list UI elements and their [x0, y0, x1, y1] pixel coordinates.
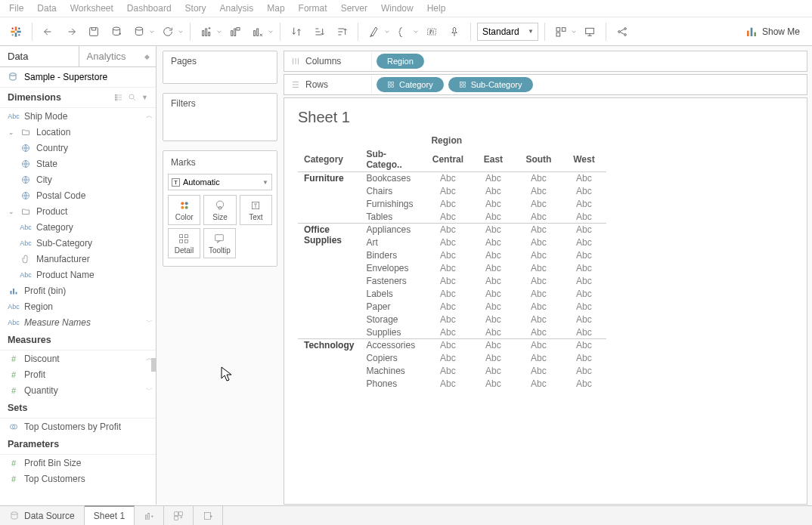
- dim-state[interactable]: State: [0, 156, 156, 171]
- pill-region[interactable]: Region: [377, 54, 424, 69]
- svg-rect-15: [231, 30, 233, 36]
- new-worksheet-button[interactable]: [197, 22, 222, 42]
- menu-data[interactable]: Data: [37, 3, 56, 14]
- sort-desc-button[interactable]: [332, 22, 352, 42]
- new-story-tab[interactable]: [194, 506, 223, 525]
- dim-sub-category[interactable]: AbcSub-Category: [0, 235, 156, 251]
- dim-product-name[interactable]: AbcProduct Name: [0, 267, 156, 283]
- datasource-name: Sample - Superstore: [24, 72, 107, 82]
- menu-window[interactable]: Window: [381, 3, 414, 14]
- svg-rect-58: [392, 82, 394, 85]
- view-icon[interactable]: [114, 93, 123, 102]
- tableau-logo[interactable]: [6, 22, 26, 42]
- measure-quantity[interactable]: #Quantity﹀: [0, 382, 156, 398]
- menu-story[interactable]: Story: [185, 3, 206, 14]
- svg-point-45: [181, 202, 184, 205]
- fit-dropdown[interactable]: Standard: [477, 23, 538, 41]
- size-button[interactable]: Size: [203, 195, 236, 225]
- text-button[interactable]: Text: [240, 195, 272, 225]
- dim-country[interactable]: Country: [0, 140, 156, 156]
- measure-profit[interactable]: #Profit: [0, 366, 156, 382]
- new-datasource-button[interactable]: [107, 22, 126, 42]
- set-item[interactable]: Top Customers by Profit: [0, 418, 156, 434]
- tooltip-button[interactable]: Tooltip: [203, 228, 236, 258]
- svg-rect-20: [428, 29, 436, 35]
- save-button[interactable]: [84, 22, 104, 42]
- dim-category[interactable]: AbcCategory: [0, 219, 156, 235]
- new-sheet-tab[interactable]: [135, 506, 164, 525]
- rows-shelf[interactable]: Rows CategorySub-Category: [284, 74, 807, 95]
- viz-title[interactable]: Sheet 1: [298, 109, 793, 126]
- show-cards-button[interactable]: [551, 22, 577, 42]
- filters-shelf[interactable]: Filters: [163, 93, 277, 141]
- params-header: Parameters: [0, 434, 156, 455]
- undo-button[interactable]: [39, 22, 58, 42]
- dim-ship-mode[interactable]: AbcShip Mode︿: [0, 108, 156, 124]
- dim-profit-bin-[interactable]: Profit (bin): [0, 283, 156, 298]
- svg-rect-66: [145, 514, 147, 519]
- clear-sheet-button[interactable]: [248, 22, 274, 42]
- menu-worksheet[interactable]: Worksheet: [70, 3, 113, 14]
- detail-button[interactable]: Detail: [168, 228, 200, 258]
- pages-shelf[interactable]: Pages: [163, 51, 277, 84]
- menu-dashboard[interactable]: Dashboard: [127, 3, 172, 14]
- svg-rect-68: [175, 511, 178, 515]
- data-tab[interactable]: Data: [0, 46, 79, 66]
- columns-shelf[interactable]: Columns Region: [284, 51, 807, 72]
- dim-measure-names[interactable]: AbcMeasure Names﹀: [0, 314, 156, 330]
- sets-header: Sets: [0, 398, 156, 418]
- svg-rect-32: [116, 95, 118, 97]
- label-button[interactable]: [422, 22, 442, 42]
- dim-region[interactable]: AbcRegion: [0, 298, 156, 314]
- mark-type-dropdown[interactable]: TAutomatic ▼: [168, 174, 272, 190]
- new-dashboard-tab[interactable]: [164, 506, 194, 525]
- group-button[interactable]: [393, 22, 419, 42]
- dim-product[interactable]: ⌄Product: [0, 203, 156, 219]
- highlight-button[interactable]: [364, 22, 390, 42]
- measure-discount[interactable]: #Discount︿: [0, 351, 156, 366]
- datasource-tab[interactable]: Data Source: [0, 506, 85, 525]
- svg-point-31: [10, 73, 16, 76]
- color-button[interactable]: Color: [168, 195, 200, 225]
- analytics-tab[interactable]: Analytics◆: [79, 46, 157, 66]
- param-item[interactable]: #Top Customers: [0, 471, 156, 486]
- showme-button[interactable]: Show Me: [739, 23, 806, 41]
- svg-rect-70: [175, 516, 178, 520]
- menu-file[interactable]: File: [9, 3, 23, 14]
- duplicate-button[interactable]: [225, 22, 245, 42]
- menu-help[interactable]: Help: [427, 3, 446, 14]
- redo-button[interactable]: [61, 22, 81, 42]
- svg-rect-62: [463, 82, 465, 85]
- swap-button[interactable]: [287, 22, 306, 42]
- refresh-button[interactable]: [158, 22, 184, 42]
- svg-rect-22: [562, 27, 566, 31]
- menu-server[interactable]: Server: [341, 3, 367, 14]
- share-button[interactable]: [612, 22, 632, 42]
- svg-rect-28: [747, 30, 749, 36]
- dim-city[interactable]: City: [0, 171, 156, 187]
- divider: [280, 23, 280, 41]
- dim-location[interactable]: ⌄Location: [0, 124, 156, 140]
- dim-manufacturer[interactable]: Manufacturer: [0, 251, 156, 267]
- menu-analysis[interactable]: Analysis: [220, 3, 254, 14]
- pause-updates-button[interactable]: [129, 22, 155, 42]
- sort-asc-button[interactable]: [309, 22, 329, 42]
- sheet-tab[interactable]: Sheet 1: [85, 505, 135, 525]
- datasource-row[interactable]: Sample - Superstore: [0, 67, 156, 88]
- svg-point-9: [113, 27, 119, 30]
- pin-button[interactable]: [445, 22, 464, 42]
- menu-map[interactable]: Map: [267, 3, 284, 14]
- dropdown-icon[interactable]: ▼: [141, 94, 148, 101]
- param-item[interactable]: #Profit Bin Size: [0, 455, 156, 471]
- svg-point-47: [181, 205, 184, 208]
- fit-select[interactable]: Standard: [477, 23, 538, 41]
- search-icon[interactable]: [128, 93, 137, 102]
- presentation-button[interactable]: [580, 22, 600, 42]
- menu-format[interactable]: Format: [299, 3, 327, 14]
- pill-sub-category[interactable]: Sub-Category: [448, 77, 533, 92]
- dim-postal-code[interactable]: Postal Code: [0, 187, 156, 203]
- svg-rect-1: [15, 32, 17, 36]
- sets-tree: Top Customers by Profit: [0, 418, 156, 434]
- svg-rect-69: [179, 511, 183, 515]
- pill-category[interactable]: Category: [377, 77, 444, 92]
